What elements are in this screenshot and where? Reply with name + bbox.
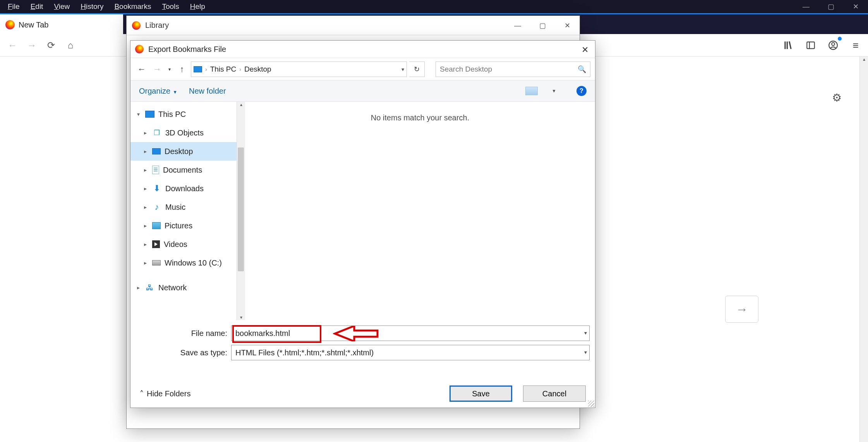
library-maximize-button[interactable]: ▢: [530, 16, 555, 35]
reload-button[interactable]: ⟳: [43, 37, 60, 54]
tree-this-pc[interactable]: ▾ This PC: [130, 105, 245, 123]
export-close-button[interactable]: ✕: [579, 44, 591, 56]
forward-action-button[interactable]: →: [725, 296, 758, 323]
library-minimize-button[interactable]: —: [505, 16, 530, 35]
new-folder-button[interactable]: New folder: [189, 87, 226, 96]
menu-tools[interactable]: Tools: [156, 0, 184, 13]
tree-3d-objects[interactable]: ▸ ❒ 3D Objects: [130, 123, 245, 142]
menu-help[interactable]: Help: [185, 0, 211, 13]
search-icon: 🔍: [578, 65, 586, 74]
expand-icon[interactable]: ▸: [142, 241, 148, 247]
hamburger-menu-icon[interactable]: ≡: [848, 38, 863, 53]
save-button[interactable]: Save: [449, 385, 512, 402]
nav-recent-dropdown[interactable]: ▾: [166, 63, 173, 76]
tree-desktop[interactable]: ▸ Desktop: [130, 142, 245, 161]
firefox-menubar: File Edit View History Bookmarks Tools H…: [0, 0, 868, 13]
firefox-icon: [135, 45, 144, 53]
organize-dropdown[interactable]: Organize▼: [139, 87, 177, 96]
menu-view[interactable]: View: [48, 0, 75, 13]
folder-tree: ▾ This PC ▸ ❒ 3D Objects ▸ Desktop ▸ Doc…: [130, 102, 245, 320]
chevron-right-icon: ›: [205, 66, 207, 72]
expand-icon[interactable]: ▸: [142, 260, 148, 266]
pc-icon: [145, 111, 154, 118]
dropdown-icon[interactable]: ▾: [584, 330, 587, 336]
expand-icon[interactable]: ▾: [135, 111, 141, 117]
expand-icon[interactable]: ▸: [142, 130, 148, 136]
network-icon: 🖧: [145, 284, 154, 291]
save-type-label: Save as type:: [161, 348, 231, 357]
expand-icon[interactable]: ▸: [142, 167, 148, 173]
export-toolbar: Organize▼ New folder ▼ ?: [130, 80, 595, 102]
3d-objects-icon: ❒: [152, 129, 161, 137]
cancel-button[interactable]: Cancel: [523, 385, 586, 402]
tree-videos[interactable]: ▸ Videos: [130, 235, 245, 254]
menu-edit[interactable]: Edit: [25, 0, 49, 13]
browser-tab[interactable]: New Tab: [0, 14, 123, 35]
tree-music[interactable]: ▸ ♪ Music: [130, 198, 245, 216]
empty-message: No items match your search.: [371, 113, 470, 122]
firefox-scrollbar[interactable]: [859, 57, 868, 442]
save-type-value: HTML Files (*.html;*.htm;*.shtml;*.xhtml…: [235, 348, 374, 357]
forward-button[interactable]: →: [23, 37, 40, 54]
save-type-select[interactable]: HTML Files (*.html;*.htm;*.shtml;*.xhtml…: [231, 345, 590, 360]
expand-icon[interactable]: ▸: [142, 204, 148, 210]
refresh-button[interactable]: ↻: [409, 62, 425, 77]
export-body: ▾ This PC ▸ ❒ 3D Objects ▸ Desktop ▸ Doc…: [130, 102, 595, 320]
annotation-arrow-icon: [333, 326, 379, 341]
back-button[interactable]: ←: [4, 37, 21, 54]
search-input[interactable]: Search Desktop 🔍: [436, 62, 590, 77]
nav-up-button[interactable]: ↑: [175, 63, 189, 76]
file-name-input[interactable]: bookmarks.html ▾: [231, 326, 590, 341]
tree-label: Desktop: [165, 147, 193, 156]
maximize-button[interactable]: ▢: [818, 0, 843, 13]
menu-file[interactable]: File: [2, 0, 25, 13]
search-placeholder: Search Desktop: [440, 65, 492, 74]
breadcrumb-bar[interactable]: › This PC › Desktop ▾: [191, 62, 407, 77]
gear-icon[interactable]: ⚙: [832, 91, 842, 104]
tree-pictures[interactable]: ▸ Pictures: [130, 216, 245, 235]
hide-folders-button[interactable]: ˄ Hide Folders: [140, 389, 190, 398]
expand-icon[interactable]: ▸: [142, 185, 148, 192]
tree-network[interactable]: ▸ 🖧 Network: [130, 278, 245, 297]
hide-folders-label: Hide Folders: [147, 389, 190, 398]
expand-icon[interactable]: ▸: [135, 284, 141, 291]
tree-c-drive[interactable]: ▸ Windows 10 (C:): [130, 254, 245, 272]
menu-bookmarks[interactable]: Bookmarks: [109, 0, 156, 13]
help-button[interactable]: ?: [576, 86, 587, 96]
export-footer: ˄ Hide Folders Save Cancel: [130, 380, 595, 408]
view-mode-button[interactable]: [525, 87, 538, 95]
pictures-icon: [152, 222, 161, 229]
resize-grip[interactable]: [588, 401, 594, 407]
tree-downloads[interactable]: ▸ ⬇ Downloads: [130, 179, 245, 198]
home-button[interactable]: ⌂: [62, 37, 79, 54]
library-icon[interactable]: [781, 38, 796, 53]
music-icon: ♪: [152, 203, 161, 211]
view-mode-dropdown-icon[interactable]: ▼: [552, 88, 556, 94]
close-button[interactable]: ✕: [843, 0, 868, 13]
firefox-icon: [5, 20, 15, 29]
tree-label: Network: [158, 283, 187, 292]
breadcrumb-this-pc[interactable]: This PC: [210, 65, 237, 74]
breadcrumb-desktop[interactable]: Desktop: [244, 65, 271, 74]
nav-back-button[interactable]: ←: [135, 63, 148, 76]
expand-icon[interactable]: ▸: [142, 148, 148, 154]
tree-documents[interactable]: ▸ Documents: [130, 161, 245, 179]
sidebar-icon[interactable]: [803, 38, 818, 53]
tree-label: Windows 10 (C:): [165, 259, 222, 267]
tree-scrollbar[interactable]: [237, 102, 245, 320]
tree-label: Pictures: [165, 221, 192, 230]
firefox-window-controls: — ▢ ✕: [794, 0, 868, 13]
library-close-button[interactable]: ✕: [555, 16, 580, 35]
tree-label: Documents: [163, 166, 202, 175]
menu-history[interactable]: History: [75, 0, 109, 13]
file-name-label: File name:: [161, 329, 231, 338]
library-window-controls: — ▢ ✕: [505, 16, 580, 35]
export-titlebar: Export Bookmarks File ✕: [130, 41, 595, 58]
tree-label: Videos: [164, 240, 187, 249]
dropdown-icon[interactable]: ▾: [584, 349, 587, 355]
breadcrumb-dropdown-icon[interactable]: ▾: [401, 66, 404, 72]
account-icon[interactable]: [825, 38, 841, 53]
nav-forward-button[interactable]: →: [151, 63, 164, 76]
minimize-button[interactable]: —: [794, 0, 818, 13]
expand-icon[interactable]: ▸: [142, 223, 148, 229]
